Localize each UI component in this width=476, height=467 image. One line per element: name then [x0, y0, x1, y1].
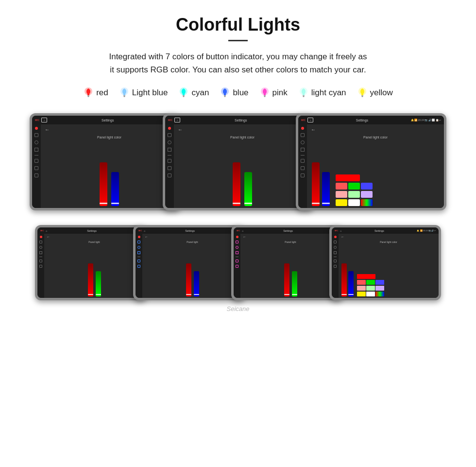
svg-rect-4	[123, 95, 125, 96]
watermark: Seicane	[19, 305, 457, 312]
svg-rect-17	[303, 96, 304, 97]
svg-rect-8	[183, 96, 185, 97]
bulb-icon-lightblue	[119, 86, 130, 100]
color-label-blue: blue	[233, 88, 248, 98]
color-label-cyan: cyan	[191, 88, 209, 98]
topbar-1: MIC ⌂ Settings ⚙ ⚡	[32, 116, 178, 124]
screen-top-1: MIC ⌂ Settings ⚙ ⚡	[30, 113, 180, 210]
topbar-3: MIC ⌂ Settings 🔔 📶 20:24 📷 🔊 ⬜ 📋 ↩	[298, 116, 444, 124]
color-label-pink: pink	[272, 88, 288, 98]
bulb-icon-yellow	[357, 86, 368, 100]
color-item-red: red	[83, 86, 108, 100]
screen-bottom-4: MIC ⌂ Settings 🔔 📶 20:24 📷 🔊 ↩	[329, 225, 441, 300]
description-text: Integrated with 7 colors of button indic…	[39, 50, 437, 76]
bulb-icon-cyan	[178, 86, 189, 100]
svg-rect-7	[183, 95, 185, 96]
screen-bottom-3: MIC ⌂ Settings ⚙ ⚡	[231, 225, 343, 300]
svg-rect-13	[264, 95, 266, 96]
color-item-blue: blue	[220, 86, 248, 100]
svg-rect-20	[361, 96, 363, 97]
screen-bottom-1: MIC ⌂ Settings ⚙ ⚡	[35, 225, 147, 300]
screen-top-2: MIC ⌂ Settings ⚙ ⚡	[163, 113, 313, 210]
svg-rect-2	[88, 96, 89, 97]
color-label-yellow: yellow	[370, 88, 393, 98]
svg-rect-14	[264, 96, 265, 97]
bulb-icon-blue	[220, 86, 230, 100]
bottom-screens-row: MIC ⌂ Settings ⚙ ⚡	[19, 225, 457, 300]
topbar-2: MIC ⌂ Settings ⚙ ⚡	[165, 116, 311, 124]
color-legend: red Light blue cyan	[19, 86, 457, 100]
screen-bottom-2: MIC ⌂ Settings ⚙ ⚡	[133, 225, 245, 300]
color-item-lightblue: Light blue	[119, 86, 168, 100]
svg-rect-16	[303, 95, 305, 96]
color-label-red: red	[96, 88, 108, 98]
svg-rect-11	[224, 96, 226, 97]
color-label-lightblue: Light blue	[132, 88, 168, 98]
color-item-lightcyan: light cyan	[298, 86, 346, 100]
top-screens-row: MIC ⌂ Settings ⚙ ⚡	[19, 113, 457, 210]
color-label-lightcyan: light cyan	[311, 88, 346, 98]
color-item-yellow: yellow	[357, 86, 393, 100]
bulb-icon-pink	[259, 86, 270, 100]
screen-top-3: MIC ⌂ Settings 🔔 📶 20:24 📷 🔊 ⬜ 📋 ↩	[296, 113, 446, 210]
bulb-icon-lightcyan	[298, 86, 309, 100]
color-item-cyan: cyan	[178, 86, 209, 100]
svg-rect-19	[361, 95, 363, 96]
topbar-b3: MIC ⌂ Settings ⚙ ⚡	[234, 227, 340, 234]
title-divider	[228, 40, 248, 41]
topbar-b4: MIC ⌂ Settings 🔔 📶 20:24 📷 🔊 ↩	[332, 227, 439, 234]
svg-rect-10	[224, 95, 226, 96]
topbar-b2: MIC ⌂ Settings ⚙ ⚡	[136, 227, 242, 234]
svg-rect-5	[123, 96, 125, 97]
page-container: Colorful Lights Integrated with 7 colors…	[0, 0, 476, 322]
topbar-b1: MIC ⌂ Settings ⚙ ⚡	[37, 227, 144, 234]
color-item-pink: pink	[259, 86, 288, 100]
page-title: Colorful Lights	[19, 15, 457, 35]
svg-rect-1	[87, 95, 89, 96]
header-section: Colorful Lights Integrated with 7 colors…	[19, 15, 457, 76]
bulb-icon-red	[83, 86, 94, 100]
